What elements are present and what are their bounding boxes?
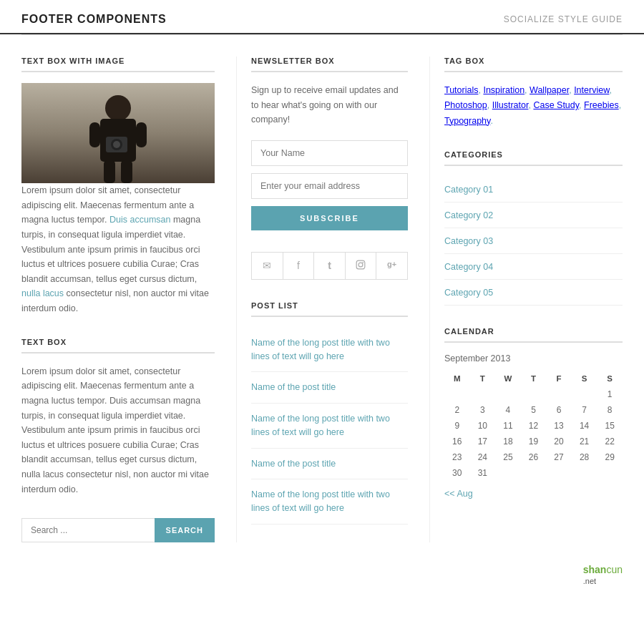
search-button[interactable]: SEARCH — [155, 518, 215, 542]
list-item: Name of the long post title with two lin… — [251, 404, 408, 449]
calendar-header-row: M T W T F S S — [444, 371, 623, 386]
calendar-day — [521, 465, 547, 481]
post-link-3[interactable]: Name of the long post title with two lin… — [251, 414, 390, 437]
svg-point-12 — [358, 263, 363, 267]
post-list-title: POST LIST — [251, 301, 408, 317]
calendar-day: 28 — [572, 449, 597, 465]
calendar-day: 7 — [572, 402, 597, 418]
category-03[interactable]: Category 03 — [444, 236, 493, 246]
text-box-link2[interactable]: nulla lacus — [21, 288, 64, 298]
category-04[interactable]: Category 04 — [444, 262, 493, 272]
calendar-day — [572, 386, 597, 402]
tag-tutorials[interactable]: Tutorials — [444, 85, 478, 95]
calendar-day: 29 — [597, 449, 623, 465]
googleplus-icon[interactable]: g+ — [376, 253, 407, 279]
tag-box-title: TAG BOX — [444, 57, 623, 72]
search-section: SEARCH — [21, 518, 215, 542]
calendar-week-row: 2345678 — [444, 402, 623, 418]
list-item: Category 05 — [444, 280, 623, 306]
calendar-day — [546, 465, 572, 481]
list-item: Category 02 — [444, 203, 623, 228]
newsletter-section: NEWSLETTER BOX Sign up to receive email … — [251, 57, 408, 280]
calendar-day: 1 — [597, 386, 623, 402]
list-item: Category 03 — [444, 228, 623, 254]
tag-casestudy[interactable]: Case Study — [533, 100, 579, 110]
calendar-day — [597, 465, 623, 481]
calendar-day: 20 — [546, 434, 572, 449]
prev-month-link[interactable]: << Aug — [444, 489, 473, 499]
calendar-day: 30 — [444, 465, 470, 481]
page-footer: shancun .net — [0, 557, 644, 597]
categories-section: CATEGORIES Category 01 Category 02 Categ… — [444, 150, 623, 306]
calendar-day: 25 — [495, 449, 521, 465]
calendar-day: 9 — [444, 418, 470, 434]
tag-typography[interactable]: Typography — [444, 116, 490, 126]
newsletter-email-input[interactable] — [251, 173, 408, 199]
category-05[interactable]: Category 05 — [444, 288, 493, 298]
list-item: Category 01 — [444, 177, 623, 203]
calendar-day: 31 — [470, 465, 496, 481]
calendar-day: 12 — [521, 418, 547, 434]
svg-point-6 — [113, 141, 120, 148]
calendar-day — [546, 386, 572, 402]
twitter-icon[interactable]: t — [314, 253, 346, 279]
page-title: FOOTER COMPONENTS — [21, 13, 167, 26]
calendar-day — [495, 386, 521, 402]
text-box-link1[interactable]: Duis accumsan — [109, 215, 170, 225]
text-box-section: TEXT BOX Lorem ipsum dolor sit amet, con… — [21, 338, 215, 497]
cal-header-t2: T — [521, 371, 547, 386]
tag-list: Tutorials, Inspiration, Wallpaper, Inter… — [444, 83, 623, 129]
calendar-week-row: 23242526272829 — [444, 449, 623, 465]
tag-wallpaper[interactable]: Wallpaper — [530, 85, 569, 95]
calendar-day: 17 — [470, 434, 496, 449]
svg-rect-11 — [356, 260, 365, 269]
cal-header-f: F — [546, 371, 572, 386]
col-right: TAG BOX Tutorials, Inspiration, Wallpape… — [429, 57, 623, 542]
search-input[interactable] — [21, 518, 155, 542]
calendar-table: M T W T F S S 12345678910111213141516171… — [444, 371, 623, 481]
main-content: TEXT BOX WITH IMAGE — [0, 35, 644, 557]
text-box-image-body: Lorem ipsum dolor sit amet, consectetur … — [21, 183, 215, 316]
tag-inspiration[interactable]: Inspiration — [483, 85, 525, 95]
calendar-day: 13 — [546, 418, 572, 434]
calendar-day: 23 — [444, 449, 470, 465]
tag-interview[interactable]: Interview — [574, 85, 609, 95]
instagram-icon[interactable] — [346, 253, 377, 279]
svg-rect-7 — [89, 122, 100, 147]
calendar-day — [470, 386, 496, 402]
calendar-body: 1234567891011121314151617181920212223242… — [444, 386, 623, 481]
post-link-5[interactable]: Name of the long post title with two lin… — [251, 489, 390, 513]
watermark-text: shan — [583, 564, 607, 575]
tag-illustrator[interactable]: Illustrator — [492, 100, 529, 110]
calendar-day: 4 — [495, 402, 521, 418]
calendar-day: 11 — [495, 418, 521, 434]
post-link-4[interactable]: Name of the post title — [251, 459, 336, 469]
svg-rect-9 — [104, 160, 115, 183]
text-box-image-section: TEXT BOX WITH IMAGE — [21, 57, 215, 316]
subscribe-button[interactable]: SUBSCRIBE — [251, 206, 408, 230]
category-01[interactable]: Category 01 — [444, 185, 493, 195]
post-link-2[interactable]: Name of the post title — [251, 382, 336, 392]
watermark: shancun .net — [583, 564, 623, 586]
calendar-day: 6 — [546, 402, 572, 418]
calendar-day: 2 — [444, 402, 470, 418]
calendar-month: September 2013 — [444, 353, 623, 364]
post-link-1[interactable]: Name of the long post title with two lin… — [251, 338, 390, 361]
cal-header-m: M — [444, 371, 470, 386]
post-list-section: POST LIST Name of the long post title wi… — [251, 301, 408, 525]
calendar-week-row: 1 — [444, 386, 623, 402]
email-icon[interactable]: ✉ — [252, 253, 283, 279]
newsletter-name-input[interactable] — [251, 140, 408, 166]
text-box-image-title: TEXT BOX WITH IMAGE — [21, 57, 215, 72]
facebook-icon[interactable]: f — [283, 253, 315, 279]
tag-freebies[interactable]: Freebies — [584, 100, 619, 110]
svg-rect-10 — [121, 160, 132, 183]
cal-header-t1: T — [470, 371, 496, 386]
watermark-net: .net — [583, 577, 596, 585]
category-02[interactable]: Category 02 — [444, 210, 493, 220]
calendar-day: 3 — [470, 402, 496, 418]
calendar-day: 16 — [444, 434, 470, 449]
svg-rect-8 — [136, 122, 147, 147]
calendar-week-row: 16171819202122 — [444, 434, 623, 449]
tag-photoshop[interactable]: Photoshop — [444, 100, 487, 110]
